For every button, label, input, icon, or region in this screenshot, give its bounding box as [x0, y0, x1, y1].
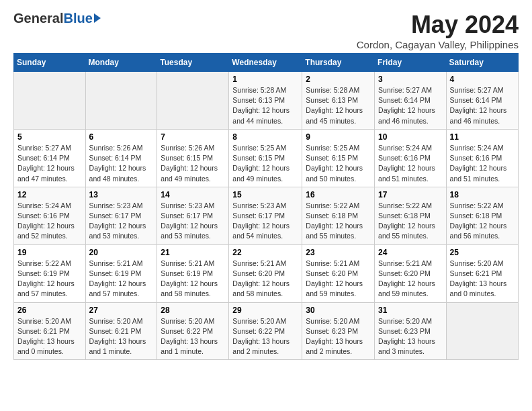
week-row-1: 1Sunrise: 5:28 AMSunset: 6:13 PMDaylight… [14, 72, 519, 130]
day-number: 7 [161, 132, 225, 142]
day-info: Sunrise: 5:27 AMSunset: 6:14 PMDaylight:… [378, 85, 443, 126]
calendar-cell: 21Sunrise: 5:21 AMSunset: 6:19 PMDayligh… [157, 244, 229, 302]
day-info: Sunrise: 5:27 AMSunset: 6:14 PMDaylight:… [450, 85, 515, 126]
day-number: 15 [232, 190, 298, 199]
calendar-cell: 26Sunrise: 5:20 AMSunset: 6:21 PMDayligh… [14, 302, 86, 360]
calendar-cell: 13Sunrise: 5:23 AMSunset: 6:17 PMDayligh… [85, 187, 157, 244]
day-number: 1 [232, 75, 298, 84]
calendar-cell: 16Sunrise: 5:22 AMSunset: 6:18 PMDayligh… [302, 187, 375, 244]
day-number: 8 [232, 132, 298, 142]
day-info: Sunrise: 5:20 AMSunset: 6:23 PMDaylight:… [378, 316, 443, 357]
day-info: Sunrise: 5:20 AMSunset: 6:21 PMDaylight:… [89, 316, 154, 357]
day-number: 31 [378, 306, 443, 315]
day-number: 29 [232, 306, 298, 315]
column-header-saturday: Saturday [446, 54, 518, 72]
column-header-wednesday: Wednesday [229, 54, 302, 72]
day-number: 25 [450, 248, 515, 257]
day-number: 14 [161, 190, 225, 199]
day-number: 20 [89, 248, 154, 257]
logo: General Blue [13, 11, 101, 26]
day-info: Sunrise: 5:23 AMSunset: 6:17 PMDaylight:… [232, 201, 298, 242]
calendar-cell: 29Sunrise: 5:20 AMSunset: 6:22 PMDayligh… [229, 302, 302, 360]
day-number: 10 [378, 132, 443, 142]
calendar-cell: 1Sunrise: 5:28 AMSunset: 6:13 PMDaylight… [229, 72, 302, 130]
day-number: 30 [306, 306, 371, 315]
calendar-cell: 2Sunrise: 5:28 AMSunset: 6:13 PMDaylight… [302, 72, 375, 130]
day-info: Sunrise: 5:20 AMSunset: 6:23 PMDaylight:… [306, 316, 371, 357]
day-number: 22 [232, 248, 298, 257]
calendar-cell: 8Sunrise: 5:25 AMSunset: 6:15 PMDaylight… [229, 129, 302, 187]
calendar-cell: 18Sunrise: 5:22 AMSunset: 6:18 PMDayligh… [446, 187, 518, 244]
day-number: 16 [306, 190, 371, 199]
day-info: Sunrise: 5:21 AMSunset: 6:20 PMDaylight:… [378, 259, 443, 300]
day-number: 13 [89, 190, 154, 199]
day-info: Sunrise: 5:25 AMSunset: 6:15 PMDaylight:… [232, 143, 298, 184]
day-number: 18 [450, 190, 515, 199]
header-row: SundayMondayTuesdayWednesdayThursdayFrid… [14, 54, 519, 72]
day-number: 27 [89, 306, 154, 315]
calendar-table: SundayMondayTuesdayWednesdayThursdayFrid… [13, 53, 519, 360]
calendar-cell: 17Sunrise: 5:22 AMSunset: 6:18 PMDayligh… [375, 187, 447, 244]
calendar-cell [85, 72, 157, 130]
day-number: 9 [306, 132, 371, 142]
day-number: 21 [161, 248, 225, 257]
column-header-monday: Monday [85, 54, 157, 72]
day-info: Sunrise: 5:27 AMSunset: 6:14 PMDaylight:… [17, 143, 82, 184]
logo-arrow-icon [94, 13, 101, 23]
week-row-2: 5Sunrise: 5:27 AMSunset: 6:14 PMDaylight… [14, 129, 519, 187]
day-info: Sunrise: 5:22 AMSunset: 6:18 PMDaylight:… [450, 201, 515, 242]
day-number: 5 [17, 132, 82, 142]
day-info: Sunrise: 5:21 AMSunset: 6:20 PMDaylight:… [306, 259, 371, 300]
day-info: Sunrise: 5:21 AMSunset: 6:20 PMDaylight:… [232, 259, 298, 300]
logo-blue: Blue [63, 11, 92, 26]
day-info: Sunrise: 5:20 AMSunset: 6:22 PMDaylight:… [161, 316, 225, 357]
day-info: Sunrise: 5:26 AMSunset: 6:15 PMDaylight:… [161, 143, 225, 184]
day-number: 6 [89, 132, 154, 142]
day-info: Sunrise: 5:22 AMSunset: 6:18 PMDaylight:… [378, 201, 443, 242]
calendar-cell: 14Sunrise: 5:23 AMSunset: 6:17 PMDayligh… [157, 187, 229, 244]
location: Cordon, Cagayan Valley, Philippines [357, 39, 519, 50]
calendar-cell: 20Sunrise: 5:21 AMSunset: 6:19 PMDayligh… [85, 244, 157, 302]
calendar-cell: 6Sunrise: 5:26 AMSunset: 6:14 PMDaylight… [85, 129, 157, 187]
day-number: 26 [17, 306, 82, 315]
calendar-cell: 27Sunrise: 5:20 AMSunset: 6:21 PMDayligh… [85, 302, 157, 360]
day-info: Sunrise: 5:21 AMSunset: 6:19 PMDaylight:… [161, 259, 225, 300]
calendar-cell [157, 72, 229, 130]
calendar-cell: 15Sunrise: 5:23 AMSunset: 6:17 PMDayligh… [229, 187, 302, 244]
day-info: Sunrise: 5:24 AMSunset: 6:16 PMDaylight:… [378, 143, 443, 184]
day-number: 4 [450, 75, 515, 84]
day-info: Sunrise: 5:20 AMSunset: 6:22 PMDaylight:… [232, 316, 298, 357]
calendar-cell: 12Sunrise: 5:24 AMSunset: 6:16 PMDayligh… [14, 187, 86, 244]
column-header-thursday: Thursday [302, 54, 375, 72]
day-info: Sunrise: 5:28 AMSunset: 6:13 PMDaylight:… [232, 85, 298, 126]
day-number: 17 [378, 190, 443, 199]
month-title: May 2024 [357, 11, 519, 39]
day-number: 19 [17, 248, 82, 257]
calendar-cell: 4Sunrise: 5:27 AMSunset: 6:14 PMDaylight… [446, 72, 518, 130]
day-info: Sunrise: 5:21 AMSunset: 6:19 PMDaylight:… [89, 259, 154, 300]
day-number: 11 [450, 132, 515, 142]
calendar-cell: 31Sunrise: 5:20 AMSunset: 6:23 PMDayligh… [375, 302, 447, 360]
calendar-cell: 30Sunrise: 5:20 AMSunset: 6:23 PMDayligh… [302, 302, 375, 360]
week-row-3: 12Sunrise: 5:24 AMSunset: 6:16 PMDayligh… [14, 187, 519, 244]
week-row-4: 19Sunrise: 5:22 AMSunset: 6:19 PMDayligh… [14, 244, 519, 302]
calendar-cell: 5Sunrise: 5:27 AMSunset: 6:14 PMDaylight… [14, 129, 86, 187]
column-header-tuesday: Tuesday [157, 54, 229, 72]
logo-general: General [13, 11, 63, 26]
page-header: General Blue May 2024 Cordon, Cagayan Va… [13, 11, 519, 50]
day-number: 24 [378, 248, 443, 257]
title-area: May 2024 Cordon, Cagayan Valley, Philipp… [357, 11, 519, 50]
week-row-5: 26Sunrise: 5:20 AMSunset: 6:21 PMDayligh… [14, 302, 519, 360]
day-info: Sunrise: 5:25 AMSunset: 6:15 PMDaylight:… [306, 143, 371, 184]
day-number: 2 [306, 75, 371, 84]
calendar-cell: 7Sunrise: 5:26 AMSunset: 6:15 PMDaylight… [157, 129, 229, 187]
calendar-cell [14, 72, 86, 130]
calendar-cell: 22Sunrise: 5:21 AMSunset: 6:20 PMDayligh… [229, 244, 302, 302]
calendar-cell: 25Sunrise: 5:20 AMSunset: 6:21 PMDayligh… [446, 244, 518, 302]
calendar-cell: 23Sunrise: 5:21 AMSunset: 6:20 PMDayligh… [302, 244, 375, 302]
day-info: Sunrise: 5:28 AMSunset: 6:13 PMDaylight:… [306, 85, 371, 126]
column-header-sunday: Sunday [14, 54, 86, 72]
day-info: Sunrise: 5:26 AMSunset: 6:14 PMDaylight:… [89, 143, 154, 184]
day-info: Sunrise: 5:23 AMSunset: 6:17 PMDaylight:… [89, 201, 154, 242]
day-info: Sunrise: 5:24 AMSunset: 6:16 PMDaylight:… [17, 201, 82, 242]
